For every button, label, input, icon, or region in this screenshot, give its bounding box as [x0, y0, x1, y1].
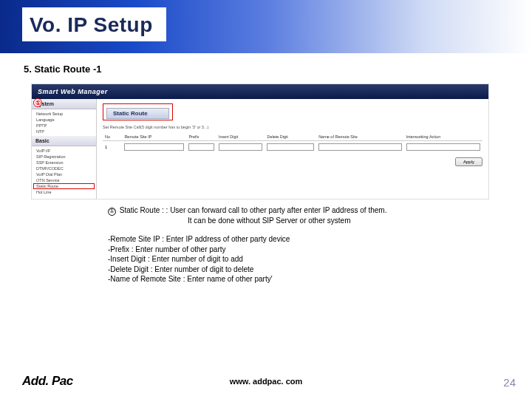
route-table: No Remote Site IP Prefix Insert Digit De…: [103, 133, 482, 153]
apply-button[interactable]: Apply: [455, 157, 482, 166]
panel-note: Set Remote Site Call(5 digit number has …: [103, 125, 482, 129]
desc-field: -Delete Digit : Enter number of digit to…: [108, 265, 522, 275]
col-prefix: Prefix: [186, 133, 216, 141]
insert-digit-input[interactable]: [219, 143, 262, 151]
desc-field: -Insert Digit : Enter number of digit to…: [108, 254, 522, 265]
desc-field: -Name of Remote Site : Enter name of oth…: [108, 274, 522, 284]
sidebar-item[interactable]: OTN Service: [32, 177, 96, 183]
sidebar: ① System Network Setup Language PPTP NTP…: [32, 99, 97, 199]
main-panel: Static Route Set Remote Site Call(5 digi…: [97, 99, 488, 199]
col-remote-ip: Remote Site IP: [122, 133, 186, 141]
sidebar-item[interactable]: Network Setup: [32, 111, 96, 117]
desc-line1a: Static Route : : User can forward call t…: [120, 206, 387, 214]
table-row: 1: [103, 141, 482, 154]
marker-1: ①: [33, 98, 42, 107]
remote-name-input[interactable]: [318, 143, 402, 151]
page-title: Vo. IP Setup: [22, 7, 166, 41]
delete-digit-input[interactable]: [267, 143, 314, 151]
desc-field: -Remote Site IP : Enter IP address of ot…: [108, 234, 522, 245]
embedded-screenshot: Smart Web Manager ① System Network Setup…: [31, 83, 489, 200]
sidebar-item[interactable]: PPTP: [32, 123, 96, 129]
content-area: 5. Static Route -1 Smart Web Manager ① S…: [0, 53, 532, 284]
desc-field: -Prefix : Enter number of other party: [108, 245, 522, 255]
desc-marker-icon: ①: [108, 208, 116, 216]
prefix-input[interactable]: [188, 143, 214, 151]
col-name-remote: Name of Remote Site: [316, 133, 404, 141]
title-bar: Vo. IP Setup: [0, 0, 532, 53]
panel-title-highlight: Static Route: [103, 103, 173, 120]
sidebar-item[interactable]: DTMF/CODEC: [32, 166, 96, 171]
desc-line1b: It can be done without SIP Server or oth…: [188, 216, 522, 226]
sidebar-item[interactable]: Language: [32, 117, 96, 123]
interwork-input[interactable]: [406, 143, 480, 151]
sidebar-item[interactable]: Hot Line: [32, 189, 96, 195]
panel-title: Static Route: [106, 108, 169, 119]
section-heading: 5. Static Route -1: [24, 64, 514, 75]
swm-header: Smart Web Manager: [32, 84, 488, 99]
col-interwork: Interworking Action: [404, 133, 482, 141]
col-delete-digit: Delete Digit: [265, 133, 316, 141]
page-number: 24: [503, 376, 516, 389]
footer-url: www. addpac. com: [0, 377, 532, 386]
sidebar-item[interactable]: VoIP Dial Plan: [32, 171, 96, 177]
sidebar-section-basic: Basic: [32, 136, 96, 146]
col-no: No: [103, 133, 122, 141]
sidebar-item-static-route[interactable]: Static Route: [33, 183, 95, 189]
description-block: ① Static Route : : User can forward call…: [108, 205, 522, 284]
sidebar-item[interactable]: SIP Registration: [32, 154, 96, 160]
cell-no: 1: [103, 141, 122, 154]
sidebar-item[interactable]: VoIP I/F: [32, 148, 96, 154]
sidebar-item[interactable]: SSP Extension: [32, 160, 96, 166]
remote-ip-input[interactable]: [124, 143, 184, 151]
col-insert-digit: Insert Digit: [216, 133, 265, 141]
sidebar-item[interactable]: NTP: [32, 129, 96, 134]
